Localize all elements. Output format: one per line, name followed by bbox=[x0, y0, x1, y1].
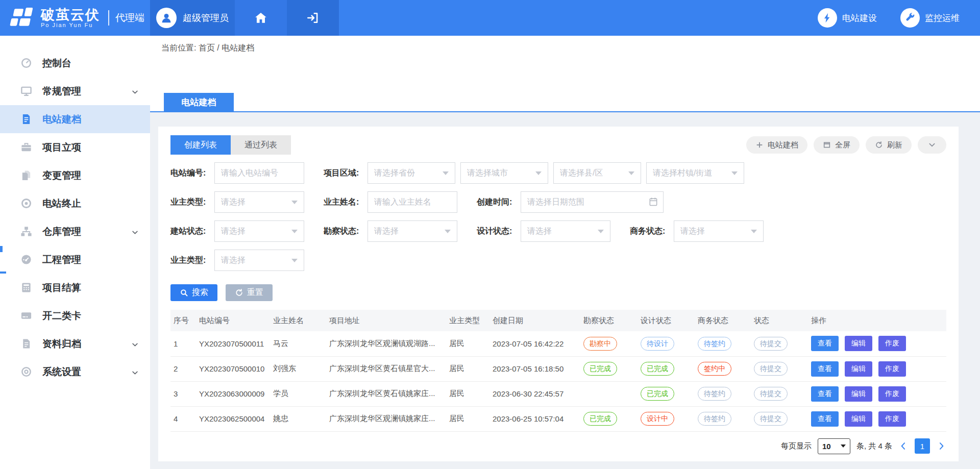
sidebar-item-change-mgmt[interactable]: 变更管理 bbox=[0, 161, 150, 189]
column-header: 状态 bbox=[751, 310, 808, 331]
status-badge: 待提交 bbox=[754, 412, 788, 426]
void-button[interactable]: 作废 bbox=[878, 386, 906, 402]
edit-button[interactable]: 编辑 bbox=[845, 361, 872, 377]
create-time-input[interactable] bbox=[521, 191, 664, 213]
edit-button[interactable]: 编辑 bbox=[845, 336, 872, 351]
topnav-station-build-label: 电站建设 bbox=[842, 12, 877, 24]
filter-owner-name-label: 业主姓名: bbox=[324, 197, 368, 208]
project-region-select-1-placeholder: 请选择省份 bbox=[374, 168, 415, 179]
cell-status-status: 待提交 bbox=[751, 406, 808, 431]
view-button[interactable]: 查看 bbox=[811, 336, 839, 351]
table-row: 2YX2023070500010刘强东广东深圳龙华区黄石镇星官大...居民202… bbox=[170, 356, 946, 381]
next-page-button[interactable] bbox=[936, 441, 946, 451]
sidebar-item-settlement[interactable]: 项目结算 bbox=[0, 274, 150, 302]
page-number-current[interactable]: 1 bbox=[915, 438, 930, 454]
owner-type-2-select[interactable]: 请选择 bbox=[214, 250, 304, 271]
logout-button[interactable] bbox=[287, 0, 339, 36]
sidebar-item-label: 控制台 bbox=[42, 57, 71, 70]
sidebar-item-class2-card[interactable]: 开二类卡 bbox=[0, 302, 150, 330]
brand-title: 破茧云伏 bbox=[41, 8, 100, 22]
view-button[interactable]: 查看 bbox=[811, 386, 839, 402]
add-station-button[interactable]: 电站建档 bbox=[746, 136, 807, 154]
sidebar-item-label: 资料归档 bbox=[42, 337, 81, 351]
search-button[interactable]: 搜索 bbox=[170, 284, 217, 301]
void-button[interactable]: 作废 bbox=[878, 411, 906, 427]
cell-created: 2023-07-05 16:42:22 bbox=[489, 331, 580, 356]
status-badge: 待提交 bbox=[754, 337, 788, 351]
void-button[interactable]: 作废 bbox=[878, 336, 906, 351]
owner-name-input[interactable] bbox=[368, 191, 457, 213]
lightning-icon bbox=[818, 8, 837, 28]
column-header: 序号 bbox=[170, 310, 196, 331]
edit-button[interactable]: 编辑 bbox=[845, 386, 872, 402]
filter-owner-type: 业主类型:请选择 bbox=[170, 191, 324, 213]
column-header: 设计状态 bbox=[638, 310, 695, 331]
filter-owner-name: 业主姓名: bbox=[324, 191, 477, 213]
table-header-row: 序号电站编号业主姓名项目地址业主类型创建日期勘察状态设计状态商务状态状态操作 bbox=[170, 310, 946, 331]
design-status-select[interactable]: 请选择 bbox=[521, 220, 610, 242]
topnav-station-build[interactable]: 电站建设 bbox=[818, 8, 877, 28]
sidebar-item-station-stop[interactable]: 电站终止 bbox=[0, 189, 150, 217]
filter-owner-type-2-label: 业主类型: bbox=[170, 255, 214, 266]
chevron-down-icon bbox=[628, 171, 634, 175]
tab-create-list[interactable]: 创建列表 bbox=[170, 135, 231, 155]
list-tabs: 创建列表通过列表 bbox=[170, 135, 291, 155]
build-status-select[interactable]: 请选择 bbox=[214, 220, 304, 242]
topnav-monitor-ops[interactable]: 监控运维 bbox=[900, 8, 960, 28]
project-region-select-3[interactable]: 请选择县/区 bbox=[553, 162, 641, 184]
cell-survey-status: 勘察中 bbox=[580, 331, 638, 356]
view-button[interactable]: 查看 bbox=[811, 411, 839, 427]
column-header: 电站编号 bbox=[196, 310, 270, 331]
collapse-button[interactable] bbox=[918, 136, 946, 154]
cell-actions: 查看编辑作废 bbox=[808, 406, 946, 431]
sidebar-item-station-archive[interactable]: 电站建档 bbox=[0, 105, 150, 133]
fullscreen-button[interactable]: 全屏 bbox=[814, 136, 860, 154]
row-actions: 查看编辑作废 bbox=[811, 386, 943, 402]
sidebar-item-general[interactable]: 常规管理 bbox=[0, 77, 150, 105]
prev-page-button[interactable] bbox=[898, 441, 909, 451]
cell-seq: 2 bbox=[170, 356, 196, 381]
per-page-select[interactable]: 10 bbox=[818, 438, 850, 454]
chevron-down-icon bbox=[291, 201, 298, 204]
station-code-input[interactable] bbox=[214, 162, 304, 184]
chevron-down-icon bbox=[598, 230, 604, 233]
business-status-select[interactable]: 请选择 bbox=[674, 220, 764, 242]
sidebar-item-system-settings[interactable]: 系统设置 bbox=[0, 358, 150, 386]
sidebar-item-console[interactable]: 控制台 bbox=[0, 49, 150, 77]
document-icon bbox=[20, 113, 32, 125]
search-icon bbox=[180, 288, 188, 297]
portal-label: 代理端 bbox=[115, 11, 144, 24]
project-region-select-4[interactable]: 请选择村镇/街道 bbox=[646, 162, 744, 184]
view-button[interactable]: 查看 bbox=[811, 361, 839, 377]
reset-button[interactable]: 重置 bbox=[226, 284, 273, 301]
user-menu[interactable]: 超级管理员 bbox=[150, 0, 235, 36]
tab-passed-list[interactable]: 通过列表 bbox=[231, 135, 291, 155]
row-actions: 查看编辑作废 bbox=[811, 411, 943, 427]
cell-seq: 1 bbox=[170, 331, 196, 356]
filter-station-code: 电站编号: bbox=[170, 162, 324, 184]
cell-design-status: 设计中 bbox=[638, 406, 695, 431]
sidebar-item-engineering[interactable]: 工程管理 bbox=[0, 245, 150, 274]
survey-status-select[interactable]: 请选择 bbox=[368, 220, 457, 242]
filter-owner-type-label: 业主类型: bbox=[170, 197, 214, 208]
cell-survey-status: 已完成 bbox=[580, 356, 638, 381]
project-region-select-group: 请选择省份请选择城市请选择县/区请选择村镇/街道 bbox=[368, 162, 744, 184]
void-button[interactable]: 作废 bbox=[878, 361, 906, 377]
page-tab-station-archive[interactable]: 电站建档 bbox=[164, 93, 234, 111]
filter-business-status-label: 商务状态: bbox=[630, 226, 674, 237]
avatar bbox=[156, 8, 177, 28]
project-region-select-1[interactable]: 请选择省份 bbox=[368, 162, 455, 184]
owner-type-select[interactable]: 请选择 bbox=[214, 191, 304, 213]
sidebar-item-warehouse[interactable]: 仓库管理 bbox=[0, 217, 150, 245]
refresh-button[interactable]: 刷新 bbox=[866, 136, 912, 154]
status-badge: 待签约 bbox=[698, 387, 731, 401]
edit-button[interactable]: 编辑 bbox=[845, 411, 872, 427]
project-region-select-2[interactable]: 请选择城市 bbox=[460, 162, 548, 184]
sidebar-item-project-init[interactable]: 项目立项 bbox=[0, 133, 150, 161]
cell-status-status: 待提交 bbox=[751, 356, 808, 381]
sidebar-item-data-archive[interactable]: 资料归档 bbox=[0, 330, 150, 358]
business-status-select-placeholder: 请选择 bbox=[680, 226, 705, 237]
topnav-monitor-ops-label: 监控运维 bbox=[925, 12, 960, 24]
table-row: 3YX2023063000009学员广东深圳龙华区黄石镇姚家庄...居民2023… bbox=[170, 381, 946, 406]
home-button[interactable] bbox=[235, 0, 287, 36]
